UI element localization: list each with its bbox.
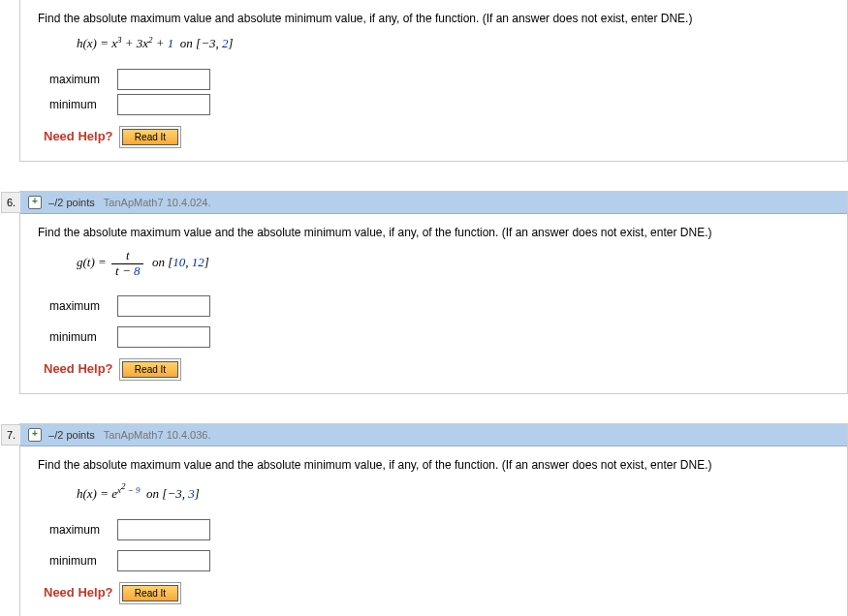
points-text: –/2 points [48, 197, 95, 208]
question-number: 6. [1, 192, 20, 213]
expand-icon[interactable]: + [28, 196, 42, 209]
max-input-q6[interactable] [117, 295, 210, 317]
need-help-label: Need Help? [44, 361, 113, 376]
max-row: maximum [49, 295, 830, 317]
min-row: minimum [49, 94, 830, 115]
max-label: maximum [49, 523, 117, 537]
formula-q6: g(t) = t t − 8 on [10, 12] [77, 249, 830, 278]
source-text: TanApMath7 10.4.036. [104, 429, 211, 441]
expand-icon[interactable]: + [28, 428, 42, 442]
read-it-button[interactable]: Read It [122, 361, 178, 378]
need-help-label: Need Help? [44, 585, 113, 600]
min-input-q5[interactable] [117, 94, 210, 115]
read-it-button[interactable]: Read It [122, 585, 178, 601]
min-input-q7[interactable] [117, 550, 210, 571]
question-6: 6. + –/2 points TanApMath7 10.4.024. Fin… [19, 191, 848, 394]
min-label: minimum [49, 98, 117, 111]
formula-q7: h(x) = ex2 − 9 on [−3, 3] [77, 481, 830, 502]
min-label: minimum [49, 330, 117, 344]
min-row: minimum [49, 550, 830, 571]
prompt-text: Find the absolute maximum value and the … [38, 458, 830, 472]
question-header: 7. + –/2 points TanApMath7 10.4.036. [20, 424, 847, 447]
points-text: –/2 points [48, 429, 95, 441]
prompt-text: Find the absolute maximum value and abso… [38, 12, 830, 25]
formula-q5: h(x) = x3 + 3x2 + 1 on [−3, 2] [77, 35, 830, 51]
max-row: maximum [49, 69, 830, 90]
question-5-partial: Find the absolute maximum value and abso… [19, 0, 848, 162]
min-label: minimum [49, 554, 117, 568]
question-body: Find the absolute maximum value and the … [20, 214, 847, 393]
question-body: Find the absolute maximum value and abso… [20, 0, 847, 161]
need-help-label: Need Help? [44, 129, 113, 143]
max-input-q7[interactable] [117, 519, 210, 540]
question-header: 6. + –/2 points TanApMath7 10.4.024. [20, 192, 847, 214]
min-input-q6[interactable] [117, 326, 210, 348]
source-text: TanApMath7 10.4.024. [104, 197, 211, 208]
help-row: Need Help? Read It [44, 129, 830, 145]
read-it-button[interactable]: Read It [122, 129, 178, 145]
help-row: Need Help? Read It [44, 585, 830, 601]
question-number: 7. [1, 424, 20, 446]
question-body: Find the absolute maximum value and the … [20, 447, 847, 616]
help-row: Need Help? Read It [44, 361, 830, 378]
max-row: maximum [49, 519, 830, 540]
min-row: minimum [49, 326, 830, 348]
max-label: maximum [49, 73, 117, 86]
max-input-q5[interactable] [117, 69, 210, 90]
max-label: maximum [49, 299, 117, 313]
prompt-text: Find the absolute maximum value and the … [38, 226, 830, 239]
question-7: 7. + –/2 points TanApMath7 10.4.036. Fin… [19, 423, 848, 616]
